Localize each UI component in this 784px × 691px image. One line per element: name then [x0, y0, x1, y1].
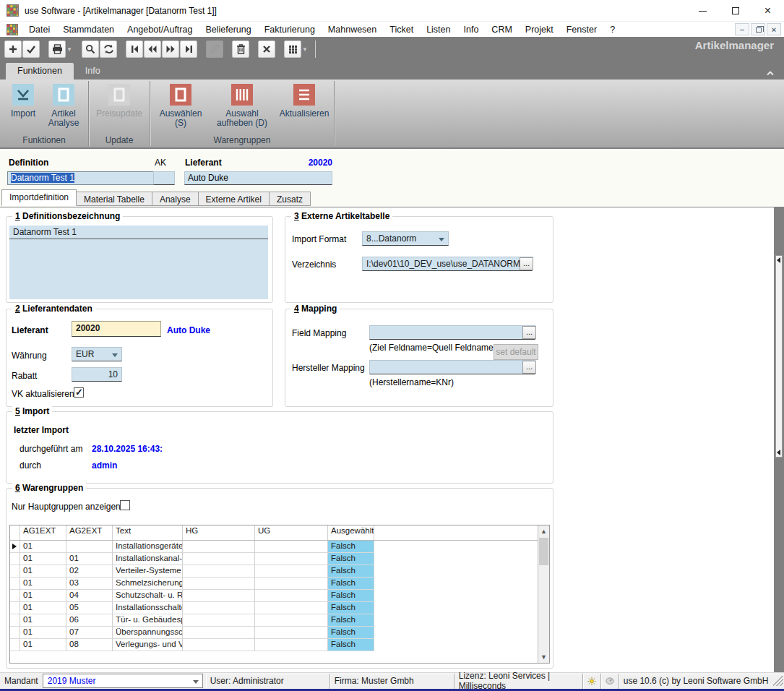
- cell-hg[interactable]: [183, 639, 255, 651]
- menu-fenster[interactable]: Fenster: [560, 23, 603, 36]
- menu-belieferung[interactable]: Belieferung: [199, 23, 257, 36]
- field-mapping-input[interactable]: [369, 325, 535, 340]
- cell-ag2[interactable]: 07: [66, 627, 113, 639]
- ribbon-tab-funktionen[interactable]: Funktionen: [6, 63, 74, 80]
- field-mapping-browse-button[interactable]: ...: [522, 326, 536, 339]
- menu-angebot-auftrag[interactable]: Angebot/Auftrag: [121, 23, 199, 36]
- window-minimize-button[interactable]: [686, 0, 719, 22]
- ak-input[interactable]: [153, 171, 175, 185]
- col-ug[interactable]: UG: [255, 525, 328, 540]
- col-ag1ext[interactable]: AG1EXT: [20, 525, 66, 540]
- add-record-button[interactable]: [4, 40, 22, 58]
- verzeichnis-browse-button[interactable]: ...: [520, 257, 533, 270]
- cell-ug[interactable]: [255, 553, 328, 565]
- cell-ug[interactable]: [255, 639, 328, 651]
- cell-ag2[interactable]: 05: [66, 602, 113, 614]
- nav-last-button[interactable]: [180, 40, 197, 58]
- menu-ticket[interactable]: Ticket: [383, 23, 420, 36]
- cell-hg[interactable]: [183, 565, 255, 578]
- tab-analyse[interactable]: Analyse: [152, 192, 199, 206]
- cell-ag1[interactable]: 01: [20, 602, 66, 614]
- cell-text[interactable]: Schutzschalt- u. Re: [113, 590, 183, 602]
- cell-hg[interactable]: [183, 578, 255, 590]
- tab-externe-artikel[interactable]: Externe Artikel: [199, 192, 270, 206]
- cell-hg[interactable]: [183, 627, 255, 639]
- cell-text[interactable]: Überspannungsschu: [113, 627, 183, 639]
- import-button[interactable]: Import: [6, 84, 40, 119]
- cell-ag1[interactable]: 01: [20, 590, 66, 602]
- cell-ug[interactable]: [255, 614, 328, 627]
- hersteller-mapping-input[interactable]: [369, 360, 535, 374]
- cell-ag1[interactable]: 01: [20, 627, 66, 639]
- tab-zusatz[interactable]: Zusatz: [270, 192, 311, 206]
- col-ausgewaehlt[interactable]: Ausgewählt: [328, 525, 374, 540]
- aktualisieren-button[interactable]: Aktualisieren: [277, 84, 331, 119]
- cell-ausgewaehlt[interactable]: Falsch: [328, 627, 374, 639]
- table-row[interactable]: 01 Installationsgeräte Falsch: [10, 541, 549, 553]
- col-ag2ext[interactable]: AG2EXT: [66, 525, 113, 540]
- table-row[interactable]: 01 05 Installationsschalte Falsch: [10, 602, 549, 614]
- cell-ug[interactable]: [255, 565, 328, 578]
- table-row[interactable]: 01 06 Tür- u. Gebäudespr Falsch: [10, 614, 549, 627]
- vk-aktualisieren-checkbox[interactable]: [74, 387, 84, 398]
- definitionsbezeichnung-memo[interactable]: Datanorm Test 1: [9, 226, 268, 299]
- tab-material-tabelle[interactable]: Material Tabelle: [77, 192, 152, 206]
- auswahl-aufheben-button[interactable]: Auswahl aufheben (D): [212, 84, 272, 128]
- ribbon-collapse-button[interactable]: [767, 71, 774, 76]
- verzeichnis-input[interactable]: I:\dev01\10_DEV_use\use_DATANORM\Example: [362, 257, 533, 271]
- cell-ag2[interactable]: 04: [66, 590, 113, 602]
- window-maximize-button[interactable]: [719, 0, 751, 22]
- cell-ug[interactable]: [255, 590, 328, 602]
- cell-ausgewaehlt[interactable]: Falsch: [328, 565, 374, 578]
- col-text[interactable]: Text: [113, 525, 183, 540]
- cell-text[interactable]: Installationsschalte: [113, 602, 183, 614]
- import-format-select[interactable]: 8...Datanorm: [362, 231, 449, 246]
- cell-ug[interactable]: [255, 541, 328, 553]
- menu-crm[interactable]: CRM: [485, 23, 518, 36]
- resize-grip[interactable]: [773, 676, 783, 686]
- menu-stammdaten[interactable]: Stammdaten: [56, 23, 121, 36]
- cell-ag1[interactable]: 01: [20, 553, 66, 565]
- print-dropdown-icon[interactable]: ▼: [66, 46, 72, 53]
- auswaehlen-button[interactable]: Auswählen (S): [155, 84, 207, 128]
- table-row[interactable]: 01 04 Schutzschalt- u. Re Falsch: [10, 590, 549, 602]
- cell-hg[interactable]: [183, 602, 255, 614]
- cell-hg[interactable]: [183, 590, 255, 602]
- nav-first-button[interactable]: [126, 40, 143, 58]
- table-row[interactable]: 01 07 Überspannungsschu Falsch: [10, 627, 549, 639]
- confirm-button[interactable]: [22, 40, 40, 58]
- cell-ausgewaehlt[interactable]: Falsch: [328, 614, 374, 627]
- table-row[interactable]: 01 02 Verteiler-Systeme Falsch: [10, 565, 549, 578]
- delete-button[interactable]: [232, 40, 249, 58]
- lieferant-input[interactable]: Auto Duke: [184, 171, 332, 185]
- nav-prev-button[interactable]: [144, 40, 161, 58]
- cell-ag2[interactable]: 01: [66, 553, 113, 565]
- cell-ausgewaehlt[interactable]: Falsch: [328, 541, 374, 553]
- cell-ag2[interactable]: [66, 541, 113, 553]
- cell-ag2[interactable]: 03: [66, 578, 113, 590]
- menu-info[interactable]: Info: [457, 23, 486, 36]
- cell-ag1[interactable]: 01: [20, 578, 66, 590]
- lieferant-field-input[interactable]: 20020: [72, 321, 161, 337]
- grid-view-button[interactable]: [284, 40, 301, 58]
- search-button[interactable]: [82, 40, 99, 58]
- mdi-close-button[interactable]: ×: [767, 23, 781, 35]
- col-hg[interactable]: HG: [183, 525, 255, 540]
- grid-dropdown-icon[interactable]: ▼: [302, 46, 308, 53]
- nur-hauptgruppen-checkbox[interactable]: [120, 500, 130, 510]
- cell-ausgewaehlt[interactable]: Falsch: [328, 553, 374, 565]
- table-scrollbar[interactable]: ▲ ▼: [538, 525, 549, 663]
- scrollbar-thumb[interactable]: [539, 538, 548, 565]
- cell-text[interactable]: Verteiler-Systeme: [113, 565, 183, 578]
- cell-ag1[interactable]: 01: [20, 639, 66, 651]
- cell-ausgewaehlt[interactable]: Falsch: [328, 602, 374, 614]
- cell-text[interactable]: Schmelzsicherungs-: [113, 578, 183, 590]
- cell-ag1[interactable]: 01: [20, 541, 66, 553]
- mdi-minimize-button[interactable]: –: [735, 23, 749, 35]
- cell-hg[interactable]: [183, 614, 255, 627]
- cell-ausgewaehlt[interactable]: Falsch: [328, 578, 374, 590]
- cell-text[interactable]: Tür- u. Gebäudespr: [113, 614, 183, 627]
- cell-text[interactable]: Installationskanal-S: [113, 553, 183, 565]
- side-splitter-scrollbar[interactable]: [775, 255, 783, 458]
- cell-ausgewaehlt[interactable]: Falsch: [328, 639, 374, 651]
